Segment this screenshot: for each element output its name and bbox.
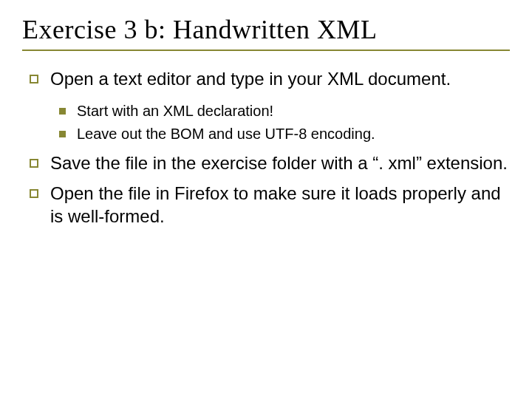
filled-square-icon <box>59 131 66 137</box>
sub-list-item-text: Leave out the BOM and use UTF-8 encoding… <box>77 126 375 142</box>
sub-bullet-list: Start with an XML declaration! Leave out… <box>50 101 510 144</box>
sub-list-item: Start with an XML declaration! <box>50 101 510 121</box>
list-item-text: Save the file in the exercise folder wit… <box>50 153 508 173</box>
list-item-text: Open a text editor and type in your XML … <box>50 69 451 89</box>
filled-square-icon <box>59 108 66 115</box>
list-item: Open a text editor and type in your XML … <box>27 67 510 143</box>
slide-title: Exercise 3 b: Handwritten XML <box>22 15 510 51</box>
hollow-square-icon <box>30 159 38 168</box>
slide: Exercise 3 b: Handwritten XML Open a tex… <box>0 0 532 399</box>
sub-list-item: Leave out the BOM and use UTF-8 encoding… <box>50 124 510 144</box>
bullet-list: Open a text editor and type in your XML … <box>27 67 510 228</box>
slide-content: Open a text editor and type in your XML … <box>22 67 510 228</box>
list-item: Save the file in the exercise folder wit… <box>27 151 510 174</box>
list-item-text: Open the file in Firefox to make sure it… <box>50 183 501 226</box>
hollow-square-icon <box>30 75 38 83</box>
list-item: Open the file in Firefox to make sure it… <box>27 182 510 228</box>
sub-list-item-text: Start with an XML declaration! <box>77 103 273 119</box>
hollow-square-icon <box>30 189 38 198</box>
